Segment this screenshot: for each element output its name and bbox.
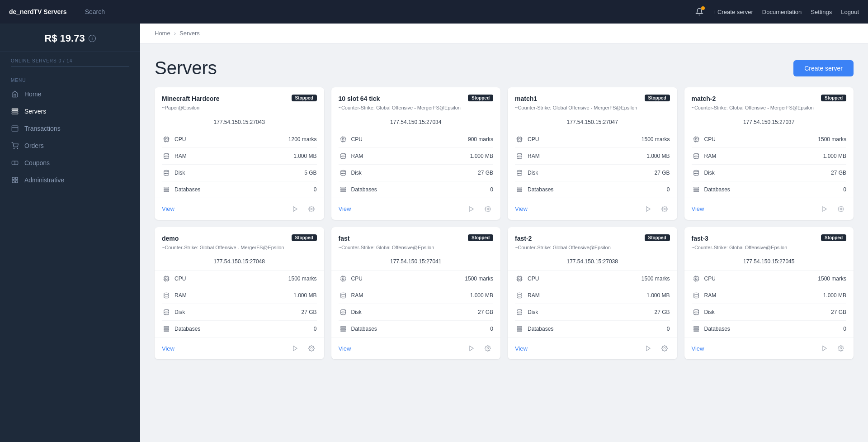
status-badge: Stopped: [821, 234, 846, 241]
home-icon: [11, 90, 19, 98]
view-server-link[interactable]: View: [339, 345, 351, 352]
servers-icon: [11, 107, 19, 115]
coupons-icon: [11, 159, 19, 167]
search-trigger[interactable]: Search: [85, 8, 105, 15]
disk-icon: [162, 168, 171, 177]
topnav-settings[interactable]: Settings: [811, 9, 832, 15]
settings-server-button[interactable]: [482, 204, 493, 214]
view-server-link[interactable]: View: [692, 205, 704, 212]
balance-info-icon[interactable]: i: [89, 35, 96, 42]
server-card-footer: View: [684, 337, 854, 359]
settings-server-button[interactable]: [306, 343, 317, 354]
ram-stat: RAM 1.000 MB: [692, 287, 847, 304]
start-server-button[interactable]: [643, 343, 654, 354]
start-server-button[interactable]: [819, 204, 830, 214]
sidebar-item-coupons[interactable]: Coupons: [0, 154, 140, 171]
ram-icon: [692, 291, 701, 300]
breadcrumb-separator: ›: [174, 30, 176, 37]
disk-icon: [162, 308, 171, 317]
disk-icon: [339, 308, 348, 317]
server-card-header: demo Stopped ~Counter-Strike: Global Off…: [155, 227, 324, 255]
notifications-bell[interactable]: [695, 8, 703, 16]
server-card: Minecraft Hardcore Stopped ~Paper@Epsilo…: [155, 87, 324, 220]
db-label: Databases: [175, 186, 314, 193]
create-server-button[interactable]: Create server: [793, 60, 854, 76]
sidebar-item-transactions[interactable]: Transactions: [0, 120, 140, 137]
cpu-label: CPU: [528, 276, 642, 282]
disk-value: 27 GB: [301, 309, 316, 315]
ram-stat: RAM 1.000 MB: [339, 287, 494, 304]
view-server-link[interactable]: View: [692, 345, 704, 352]
disk-label: Disk: [175, 170, 304, 176]
view-server-link[interactable]: View: [515, 345, 528, 352]
start-server-button[interactable]: [466, 343, 477, 354]
db-value: 0: [843, 186, 846, 193]
settings-server-button[interactable]: [482, 343, 493, 354]
db-label: Databases: [704, 326, 844, 332]
sidebar-item-home[interactable]: Home: [0, 86, 140, 103]
server-card-footer: View: [684, 198, 854, 220]
disk-icon: [692, 168, 701, 177]
svg-rect-69: [164, 276, 168, 280]
view-server-link[interactable]: View: [339, 205, 351, 212]
start-server-button[interactable]: [466, 204, 477, 214]
sidebar-item-administrative[interactable]: Administrative: [0, 171, 140, 189]
start-server-button[interactable]: [643, 204, 654, 214]
disk-stat: Disk 27 GB: [515, 165, 670, 181]
settings-server-button[interactable]: [659, 204, 670, 214]
settings-server-button[interactable]: [306, 204, 317, 214]
server-card-footer: View: [508, 337, 677, 359]
page-header: Servers Create server: [140, 43, 868, 87]
main-content: Home › Servers Servers Create server Min…: [140, 24, 868, 442]
status-badge: Stopped: [645, 95, 670, 101]
topnav-create-server[interactable]: + Create server: [712, 9, 753, 15]
topnav-documentation[interactable]: Documentation: [762, 9, 802, 15]
balance-display: R$ 19.73 i: [11, 33, 129, 44]
svg-rect-12: [15, 181, 18, 183]
svg-point-26: [311, 208, 312, 210]
svg-marker-81: [293, 346, 297, 351]
ram-stat: RAM 1.000 MB: [515, 148, 670, 165]
administrative-icon: [11, 176, 19, 184]
svg-rect-42: [519, 138, 520, 140]
footer-action-buttons: [290, 343, 317, 354]
svg-rect-27: [341, 137, 345, 141]
disk-label: Disk: [351, 309, 478, 315]
server-stats: CPU 1500 marks RAM 1.000 MB Disk 27 GB: [155, 270, 324, 337]
ram-label: RAM: [175, 153, 293, 159]
status-badge: Stopped: [292, 234, 317, 241]
server-title-row: Minecraft Hardcore Stopped: [162, 95, 317, 103]
disk-icon: [515, 168, 524, 177]
db-value: 0: [490, 326, 493, 332]
server-card-header: fast-3 Stopped ~Counter-Strike: Global O…: [684, 227, 854, 255]
server-card-footer: View: [331, 337, 501, 359]
svg-rect-97: [517, 276, 521, 280]
disk-stat: Disk 5 GB: [162, 165, 317, 181]
settings-server-button[interactable]: [835, 343, 846, 354]
db-label: Databases: [351, 186, 491, 193]
db-label: Databases: [704, 186, 844, 193]
server-stats: CPU 1500 marks RAM 1.000 MB Disk 27 GB: [331, 270, 501, 337]
disk-icon: [692, 308, 701, 317]
start-server-button[interactable]: [290, 204, 301, 214]
topnav-logout[interactable]: Logout: [841, 9, 859, 15]
db-label: Databases: [175, 326, 314, 332]
breadcrumb-home[interactable]: Home: [155, 30, 170, 37]
svg-rect-13: [164, 137, 168, 141]
start-server-button[interactable]: [819, 343, 830, 354]
status-badge: Stopped: [292, 95, 317, 101]
sidebar-item-servers[interactable]: Servers: [0, 103, 140, 120]
view-server-link[interactable]: View: [515, 205, 528, 212]
view-server-link[interactable]: View: [162, 345, 175, 352]
settings-server-button[interactable]: [835, 204, 846, 214]
server-card-header: match-2 Stopped ~Counter-Strike: Global …: [684, 87, 854, 115]
settings-server-button[interactable]: [659, 343, 670, 354]
server-stats: CPU 1500 marks RAM 1.000 MB Disk 27 GB: [684, 131, 854, 198]
view-server-link[interactable]: View: [162, 205, 175, 212]
start-server-button[interactable]: [290, 343, 301, 354]
sidebar-item-orders[interactable]: Orders: [0, 137, 140, 154]
ram-icon: [339, 152, 348, 161]
server-game: ~Counter-Strike: Global Offensive - Merg…: [162, 244, 317, 251]
svg-rect-10: [15, 177, 18, 180]
server-card-footer: View: [508, 198, 677, 220]
